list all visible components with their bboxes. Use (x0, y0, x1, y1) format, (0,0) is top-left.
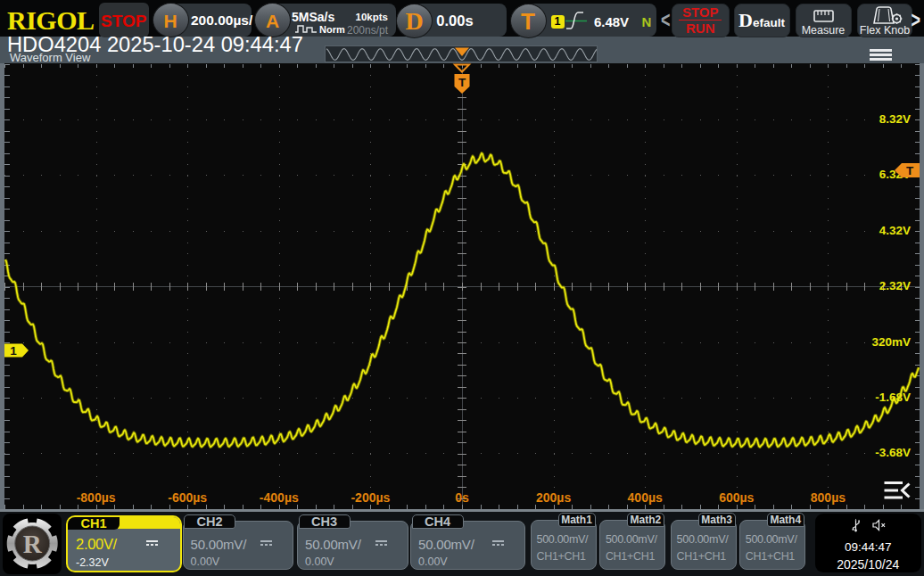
svg-text:1: 1 (10, 344, 17, 358)
svg-text:R: R (23, 530, 43, 558)
svg-text:T: T (906, 164, 914, 177)
svg-text:T: T (458, 76, 466, 89)
